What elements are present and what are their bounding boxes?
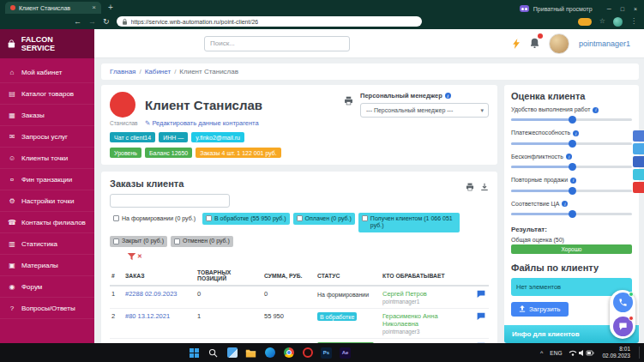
sidebar-item-branch-contacts[interactable]: ☎Контакты филиалов <box>0 212 94 233</box>
sidebar-item-catalog[interactable]: ▤Каталог товаров <box>0 83 94 105</box>
filter-cancelled[interactable]: Отменен (0 руб.) <box>171 236 233 248</box>
sidebar-item-fin-transactions[interactable]: ¤Фин транзакции <box>0 169 94 190</box>
browser-tab[interactable]: Клиент Станислав <box>5 2 101 14</box>
upload-button[interactable]: Загрузить <box>511 302 569 317</box>
slider-thumb[interactable] <box>569 163 576 171</box>
filter-closed[interactable]: Закрыт (0 руб.) <box>110 236 167 248</box>
download-icon[interactable] <box>480 179 489 195</box>
after-effects-icon[interactable]: Ae <box>340 347 351 359</box>
new-tab-button[interactable]: + <box>108 3 113 12</box>
rating-slider[interactable] <box>511 209 632 219</box>
forward-icon[interactable] <box>88 18 96 26</box>
window-minimize-button[interactable] <box>607 6 611 12</box>
share-button-1[interactable] <box>633 130 644 142</box>
address-bar[interactable]: https://service.wnb-automation.ru/point-… <box>117 16 422 27</box>
photoshop-icon[interactable]: Ps <box>321 347 332 359</box>
info-icon[interactable] <box>570 178 576 184</box>
print-icon[interactable] <box>466 179 474 195</box>
checkbox[interactable] <box>362 215 368 221</box>
filter-paid[interactable]: Оплачен (0 руб.) <box>293 213 355 225</box>
slider-thumb[interactable] <box>569 140 576 148</box>
browser-profile-icon[interactable] <box>613 17 623 27</box>
info-icon[interactable] <box>573 130 579 136</box>
hidden-icons-caret[interactable] <box>540 350 543 356</box>
chrome-browser-icon[interactable] <box>283 347 294 359</box>
checkbox[interactable] <box>113 215 119 221</box>
order-link[interactable]: #2288 02.09.2023 <box>125 290 177 298</box>
file-explorer-icon[interactable] <box>245 347 256 359</box>
sidebar-item-forum[interactable]: ◉Форум <box>0 276 94 298</box>
share-button-5[interactable] <box>633 182 644 193</box>
lightning-icon[interactable] <box>513 39 521 49</box>
chat-badge[interactable]: Чат с client14 <box>110 132 155 142</box>
widgets-icon[interactable] <box>226 347 238 359</box>
window-close-button[interactable] <box>634 6 637 12</box>
checkbox[interactable] <box>174 238 180 244</box>
sidebar-item-point-settings[interactable]: ⚙Настройки точки <box>0 190 94 212</box>
share-button-2[interactable] <box>633 143 644 154</box>
share-button-4[interactable] <box>633 169 644 180</box>
filter-forming[interactable]: На формировании (0 руб.) <box>110 213 199 225</box>
taskbar-search-icon[interactable] <box>208 347 219 359</box>
opera-browser-icon[interactable] <box>302 347 313 359</box>
global-search-input[interactable] <box>204 36 350 51</box>
system-tray-icons[interactable] <box>569 345 595 360</box>
show-desktop-button[interactable] <box>639 347 640 359</box>
tab-close-icon[interactable] <box>92 4 96 11</box>
browser-menu-icon[interactable] <box>630 18 637 25</box>
sidebar-item-materials[interactable]: ▣Материалы <box>0 255 94 276</box>
edit-client-link[interactable]: Редактировать данные контрагента <box>145 119 259 127</box>
handler-link[interactable]: Герасименко Анна Николаевна <box>382 312 438 328</box>
filter-processing[interactable]: В обработке (55 950 руб.) <box>202 213 290 225</box>
bookmark-star-icon[interactable] <box>599 18 605 25</box>
language-indicator[interactable]: ENG <box>550 350 562 356</box>
rating-slider[interactable] <box>511 139 632 148</box>
handler-link[interactable]: Сергей Петров <box>382 290 427 298</box>
filter-received[interactable]: Получен клиентом (1 066 051 руб.) <box>358 213 460 232</box>
rating-item-target-audience: Соответствие ЦА <box>511 201 632 219</box>
chat-icon[interactable] <box>477 314 485 322</box>
info-icon[interactable] <box>566 154 572 160</box>
slider-thumb[interactable] <box>569 210 576 218</box>
sidebar-item-statistics[interactable]: ▥Статистика <box>0 233 94 255</box>
slider-thumb[interactable] <box>569 187 576 195</box>
manager-select[interactable]: --- Персональный менеджер --- <box>360 103 489 118</box>
chat-icon[interactable] <box>477 292 485 299</box>
chat-fab-button[interactable] <box>613 317 633 336</box>
print-icon[interactable] <box>344 94 353 109</box>
sidebar-item-point-clients[interactable]: ☺Клиенты точки <box>0 148 94 169</box>
call-fab-button[interactable] <box>613 293 633 312</box>
info-icon[interactable] <box>445 93 451 99</box>
share-button-3[interactable] <box>633 156 644 167</box>
slider-thumb[interactable] <box>569 116 576 124</box>
extension-badge-icon[interactable] <box>578 18 592 26</box>
sidebar-item-my-cabinet[interactable]: ⌂Мой кабинет <box>0 62 94 83</box>
brand-logo[interactable]: FALCON SERVICE <box>0 29 94 58</box>
window-maximize-button[interactable] <box>621 6 624 12</box>
rating-slider[interactable] <box>511 186 632 196</box>
sidebar-item-service-requests[interactable]: ✉Запросы услуг <box>0 126 94 148</box>
notifications-bell-icon[interactable] <box>530 36 539 51</box>
order-link[interactable]: #80 13.12.2021 <box>125 312 170 320</box>
user-avatar[interactable] <box>549 33 569 54</box>
edge-browser-icon[interactable] <box>264 347 275 359</box>
sidebar-item-orders[interactable]: ▦Заказы <box>0 105 94 126</box>
back-icon[interactable] <box>74 18 81 26</box>
checkbox[interactable] <box>297 215 303 221</box>
start-button[interactable] <box>189 347 200 359</box>
checkbox[interactable] <box>113 238 119 244</box>
reload-icon[interactable] <box>103 18 110 26</box>
checkbox[interactable] <box>206 215 212 221</box>
sidebar-item-faq[interactable]: ?Вопросы/Ответы <box>0 298 94 319</box>
taskbar-clock[interactable]: 8:01 02.09.2023 <box>602 346 630 360</box>
email-badge[interactable]: y.finko2@mail.ru <box>191 132 244 142</box>
breadcrumb-home[interactable]: Главная <box>110 68 135 75</box>
info-icon[interactable] <box>562 201 568 207</box>
info-icon[interactable] <box>593 107 599 113</box>
orders-search-input[interactable] <box>110 194 230 208</box>
rating-slider[interactable] <box>511 162 632 172</box>
rating-slider[interactable] <box>511 115 632 124</box>
breadcrumb-cabinet[interactable]: Кабинет <box>145 68 171 75</box>
clear-filter-icon[interactable]: ✕ <box>127 252 142 261</box>
username-label[interactable]: pointmanager1 <box>579 39 630 48</box>
